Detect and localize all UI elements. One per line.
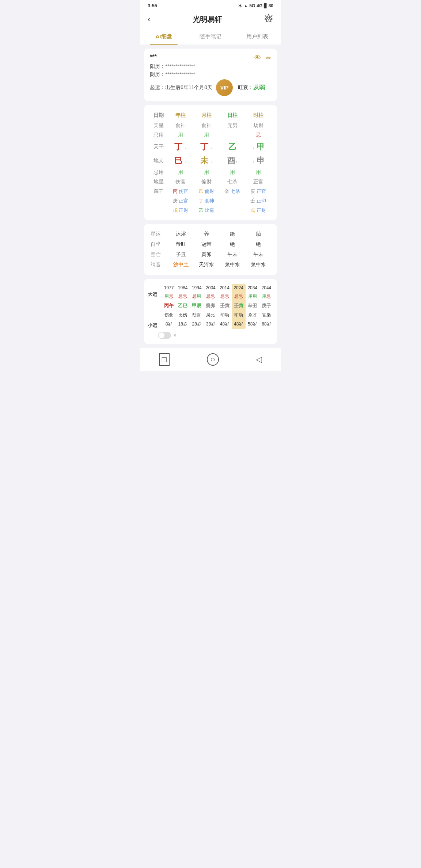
dizhi-day: 酉 bbox=[227, 156, 235, 165]
bottom-nav: □ ○ ◁ bbox=[140, 348, 281, 371]
canggan-row-3: 戊 正财 乙 比肩 戊 正财 bbox=[150, 206, 271, 215]
svg-marker-0 bbox=[265, 14, 273, 22]
dizhi-hour: 申 bbox=[257, 156, 265, 165]
toggle-row: ✕ bbox=[148, 332, 273, 339]
bazi-header-month: 月柱 bbox=[193, 110, 219, 121]
settings-button[interactable] bbox=[264, 14, 273, 25]
user-name: *** bbox=[150, 54, 271, 60]
xingyun-row-1: 星运 沐浴 养 绝 胎 bbox=[150, 229, 271, 239]
yinli-row: 阴历：*************** bbox=[150, 71, 271, 78]
status-icons: ✶ ▲ 5G 4G ▊ 80 bbox=[238, 3, 273, 8]
tab-notes[interactable]: 随手笔记 bbox=[187, 29, 234, 45]
xingyun-card: 星运 沐浴 养 绝 胎 自坐 帝旺 冠带 绝 绝 空亡 子丑 寅卯 午未 午未 bbox=[144, 224, 277, 275]
back-button[interactable]: ‹ bbox=[148, 15, 150, 24]
jiyong-bottom-row: 忌用 用 用 用 用 bbox=[150, 168, 271, 177]
bazi-header-hour: 时柱 bbox=[245, 110, 271, 121]
dayun-ganzhi-row: 丙午 乙巳 甲辰 癸卯 壬寅 壬寅 辛丑 庚子 bbox=[159, 301, 273, 311]
edit-icon[interactable]: ✏ bbox=[266, 54, 271, 62]
vip-badge: VIP bbox=[216, 79, 233, 96]
tianxing-row: 天星 食神 食神 元男 劫财 bbox=[150, 121, 271, 130]
5g-icon: 5G bbox=[249, 3, 255, 8]
header: ‹ 光明易轩 bbox=[140, 10, 281, 29]
dayun-content: 大运 小运 1977 1984 1994 2004 2014 2024 2034 bbox=[148, 284, 273, 329]
dayun-jiyong-row: 用忌 忌忌 忌用 忌忌 忌忌 忌忌 用用 用忌 bbox=[159, 292, 273, 301]
tiangan-year: 丁 bbox=[174, 142, 182, 151]
user-info-card: 👁 ✏ *** 阳历：*************** 阴历：**********… bbox=[144, 49, 277, 101]
canggan-row-2: 庚 正官 丁 食神 壬 正印 bbox=[150, 196, 271, 206]
wangshuai-value: 从弱 bbox=[253, 84, 265, 92]
bazi-header-day: 日柱 bbox=[219, 110, 245, 121]
yinli-value: 阴历：*************** bbox=[150, 71, 195, 78]
dixing-row: 地星 伤官 偏财 七杀 正官 bbox=[150, 177, 271, 187]
tiangan-day: 乙 bbox=[228, 142, 236, 151]
dayun-labels: 大运 小运 bbox=[148, 284, 157, 329]
qiyun-row: 起运：出生后6年11个月0天 VIP 旺衰： 从弱 bbox=[150, 79, 271, 96]
battery-icon: ▊ 80 bbox=[264, 3, 273, 8]
xingyun-table: 星运 沐浴 养 绝 胎 自坐 帝旺 冠带 绝 绝 空亡 子丑 寅卯 午未 午未 bbox=[150, 229, 271, 270]
canggan-row-1: 藏干 丙 伤官 己 偏财 辛 七杀 庚 正官 bbox=[150, 187, 271, 196]
qiyun-value: 起运：出生后6年11个月0天 bbox=[150, 84, 212, 91]
nav-square-button[interactable]: □ bbox=[159, 353, 170, 366]
4g-icon: 4G bbox=[257, 3, 262, 8]
yangli-value: 阳历：*************** bbox=[150, 63, 195, 70]
dayun-years-row: 1977 1984 1994 2004 2014 2024 2034 2044 bbox=[159, 284, 273, 292]
toggle-label: ✕ bbox=[173, 333, 177, 338]
xingyun-row-2: 自坐 帝旺 冠带 绝 绝 bbox=[150, 239, 271, 250]
card-actions: 👁 ✏ bbox=[254, 54, 271, 62]
xiaoyun-label: 小运 bbox=[148, 322, 157, 329]
nav-home-button[interactable]: ○ bbox=[207, 353, 219, 366]
toggle-switch[interactable] bbox=[158, 332, 171, 339]
dayun-section: 大运 小运 1977 1984 1994 2004 2014 2024 2034 bbox=[144, 279, 277, 344]
bazi-table: 日期 年柱 月柱 日柱 时柱 天星 食神 食神 元男 劫财 忌用 用 用 bbox=[150, 110, 271, 215]
status-time: 3:55 bbox=[148, 3, 157, 8]
tab-bar: AI细盘 随手笔记 用户列表 bbox=[140, 29, 281, 45]
yangli-row: 阳历：*************** bbox=[150, 63, 271, 70]
nav-back-button[interactable]: ◁ bbox=[256, 355, 262, 364]
bazi-header-year: 年柱 bbox=[168, 110, 194, 121]
page-title: 光明易轩 bbox=[193, 15, 222, 24]
bazi-card: 日期 年柱 月柱 日柱 时柱 天星 食神 食神 元男 劫财 忌用 用 用 bbox=[144, 105, 277, 220]
toggle-knob bbox=[159, 332, 164, 338]
xingyun-row-4: 纳音 沙中土 天河水 泉中水 泉中水 bbox=[150, 260, 271, 270]
dizhi-year: 巳 bbox=[174, 156, 182, 165]
status-bar: 3:55 ✶ ▲ 5G 4G ▊ 80 bbox=[140, 0, 281, 10]
dayun-shensha-row: 伤食 比伤 劫财 枭比 印劫 印劫 杀才 官枭 bbox=[159, 311, 273, 320]
jiyong-top-row: 忌用 用 用 忌 bbox=[150, 130, 271, 140]
tab-users[interactable]: 用户列表 bbox=[234, 29, 281, 45]
dayun-label: 大运 bbox=[148, 291, 157, 298]
dizhi-row: 地支 巳→ 未→ 酉↑ ←申 bbox=[150, 154, 271, 168]
tiangan-month: 丁 bbox=[200, 142, 208, 151]
dayun-table: 1977 1984 1994 2004 2014 2024 2034 2044 … bbox=[159, 284, 273, 329]
tiangan-row: 天干 丁→ 丁→ 乙 ←甲 bbox=[150, 140, 271, 154]
dayun-age-row: 8岁 18岁 28岁 38岁 48岁 48岁 58岁 68岁 bbox=[159, 320, 273, 329]
dayun-table-wrapper: 1977 1984 1994 2004 2014 2024 2034 2044 … bbox=[159, 284, 273, 329]
bazi-header-date: 日期 bbox=[150, 110, 168, 121]
bluetooth-icon: ✶ bbox=[238, 3, 242, 8]
tiangan-hour: 甲 bbox=[257, 142, 265, 151]
xingyun-row-3: 空亡 子丑 寅卯 午未 午未 bbox=[150, 250, 271, 260]
eye-icon[interactable]: 👁 bbox=[254, 54, 261, 62]
svg-point-1 bbox=[268, 17, 270, 19]
dizhi-month: 未 bbox=[200, 156, 208, 165]
wangshuai-label: 旺衰： bbox=[238, 84, 253, 91]
wifi-icon: ▲ bbox=[243, 3, 248, 8]
tab-ai[interactable]: AI细盘 bbox=[140, 29, 187, 45]
